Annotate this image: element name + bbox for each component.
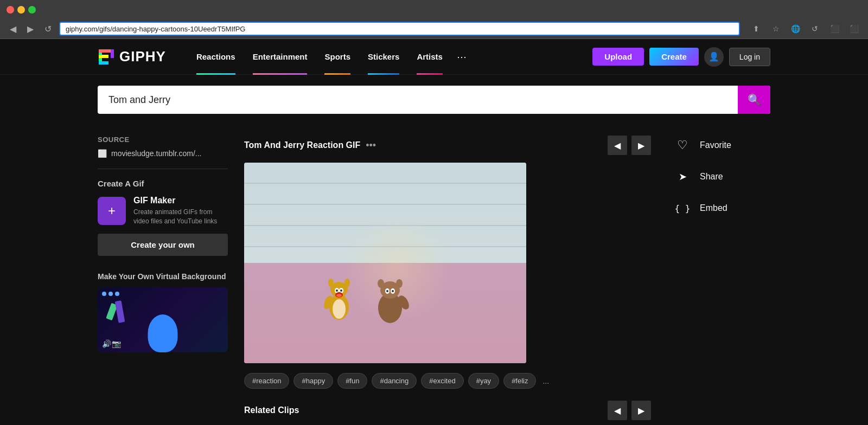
main-content: Source ⬜ moviesludge.tumblr.com/... Crea… bbox=[0, 136, 868, 420]
extension-btn-3[interactable]: ⬛ bbox=[827, 21, 842, 36]
favorite-icon: ♡ bbox=[673, 136, 692, 155]
virtual-bg-card[interactable]: 🔊 📷 bbox=[98, 287, 228, 352]
related-clips-arrows: ◀ ▶ bbox=[608, 401, 651, 420]
source-label: Source bbox=[98, 136, 228, 144]
logo-text: GIPHY bbox=[119, 48, 166, 65]
source-link[interactable]: ⬜ moviesludge.tumblr.com/... bbox=[98, 149, 228, 158]
nav-more-icon[interactable]: ⋯ bbox=[451, 51, 472, 63]
login-button[interactable]: Log in bbox=[729, 48, 770, 66]
svg-point-18 bbox=[344, 279, 350, 287]
virtual-bg-content: 🔊 📷 bbox=[98, 287, 228, 352]
nav-reactions[interactable]: Reactions bbox=[188, 39, 244, 75]
nav-artists[interactable]: Artists bbox=[408, 39, 451, 75]
right-action-sidebar: ♡ Favorite ➤ Share { } Embed bbox=[673, 136, 770, 230]
gif-main: Tom And Jerry Reaction GIF ••• ◀ ▶ bbox=[244, 136, 651, 420]
vb-audio-icon: 🔊 bbox=[102, 339, 111, 348]
gif-title-row: Tom And Jerry Reaction GIF ••• bbox=[244, 140, 376, 151]
vb-video-icon: 📷 bbox=[112, 339, 121, 348]
search-button[interactable]: 🔍 bbox=[738, 86, 770, 114]
fullscreen-window-btn[interactable] bbox=[28, 6, 36, 14]
refresh-button[interactable]: ↺ bbox=[41, 22, 55, 36]
svg-rect-3 bbox=[99, 61, 108, 65]
search-section: 🔍 bbox=[0, 75, 868, 125]
url-text: giphy.com/gifs/dancing-happy-cartoons-10… bbox=[66, 25, 245, 33]
nav-right: Upload Create 👤 Log in bbox=[592, 47, 770, 67]
create-button[interactable]: Create bbox=[649, 48, 699, 66]
bookmark-button[interactable]: ☆ bbox=[768, 21, 783, 36]
extension-btn-2[interactable]: ↺ bbox=[807, 21, 822, 36]
tag-reaction[interactable]: #reaction bbox=[244, 373, 289, 389]
svg-point-21 bbox=[336, 289, 338, 292]
nav-stickers[interactable]: Stickers bbox=[359, 39, 408, 75]
gif-maker-plus-icon: + bbox=[108, 203, 116, 218]
vb-dot-1 bbox=[102, 292, 106, 296]
next-gif-button[interactable]: ▶ bbox=[631, 136, 651, 155]
gif-and-right: Tom And Jerry Reaction GIF ••• ◀ ▶ bbox=[244, 136, 770, 420]
forward-button[interactable]: ▶ bbox=[24, 22, 37, 36]
search-icon: 🔍 bbox=[748, 93, 761, 106]
share-action[interactable]: ➤ Share bbox=[673, 167, 770, 186]
tag-feliz[interactable]: #feliz bbox=[503, 373, 536, 389]
virtual-bg-section: Make Your Own Virtual Background 🔊 📷 bbox=[98, 272, 228, 352]
close-window-btn[interactable] bbox=[7, 6, 14, 14]
tag-excited[interactable]: #excited bbox=[421, 373, 463, 389]
prev-gif-button[interactable]: ◀ bbox=[608, 136, 627, 155]
svg-point-12 bbox=[392, 290, 394, 292]
back-button[interactable]: ◀ bbox=[7, 22, 20, 36]
create-gif-label: Create A Gif bbox=[98, 179, 228, 188]
minimize-window-btn[interactable] bbox=[17, 6, 25, 14]
embed-icon: { } bbox=[673, 198, 692, 218]
giphy-logo-icon bbox=[98, 48, 115, 66]
vb-dot-3 bbox=[115, 292, 119, 296]
favorite-action[interactable]: ♡ Favorite bbox=[673, 136, 770, 155]
share-icon: ➤ bbox=[673, 167, 692, 186]
tags-more[interactable]: ... bbox=[540, 374, 551, 389]
create-own-button[interactable]: Create your own bbox=[98, 234, 228, 256]
wall-line-1 bbox=[244, 183, 526, 184]
wall-line-2 bbox=[244, 204, 526, 205]
share-label: Share bbox=[700, 172, 723, 182]
search-input[interactable] bbox=[98, 94, 738, 106]
svg-point-24 bbox=[336, 294, 342, 297]
nav-entertainment[interactable]: Entertainment bbox=[244, 39, 316, 75]
virtual-bg-title: Make Your Own Virtual Background bbox=[98, 272, 228, 281]
favorite-label: Favorite bbox=[700, 140, 731, 150]
menu-button[interactable]: ⬛ bbox=[846, 21, 861, 36]
gif-more-button[interactable]: ••• bbox=[366, 140, 376, 151]
gif-maker-info: GIF Maker Create animated GIFs from vide… bbox=[133, 196, 228, 226]
nav-links: Reactions Entertainment Sports Stickers … bbox=[188, 39, 592, 75]
search-bar: 🔍 bbox=[98, 86, 770, 114]
tag-yay[interactable]: #yay bbox=[468, 373, 499, 389]
vb-dot-2 bbox=[108, 292, 113, 296]
left-sidebar: Source ⬜ moviesludge.tumblr.com/... Crea… bbox=[98, 136, 228, 420]
svg-point-22 bbox=[340, 289, 342, 292]
address-bar[interactable]: giphy.com/gifs/dancing-happy-cartoons-10… bbox=[59, 22, 740, 36]
logo[interactable]: GIPHY bbox=[98, 48, 166, 66]
related-next-button[interactable]: ▶ bbox=[631, 401, 651, 420]
divider-1 bbox=[98, 169, 228, 169]
extension-btn-1[interactable]: 🌐 bbox=[788, 21, 803, 36]
tag-happy[interactable]: #happy bbox=[293, 373, 333, 389]
gif-nav-arrows: ◀ ▶ bbox=[608, 136, 651, 155]
gif-container bbox=[244, 163, 526, 363]
gif-maker-name: GIF Maker bbox=[133, 196, 228, 205]
gif-header: Tom And Jerry Reaction GIF ••• ◀ ▶ bbox=[244, 136, 651, 155]
browser-nav: ◀ ▶ ↺ giphy.com/gifs/dancing-happy-carto… bbox=[0, 20, 868, 39]
share-page-button[interactable]: ⬆ bbox=[749, 21, 764, 36]
gif-tags: #reaction #happy #fun #dancing #excited … bbox=[244, 373, 651, 389]
gif-title: Tom And Jerry Reaction GIF bbox=[244, 140, 360, 150]
embed-action[interactable]: { } Embed bbox=[673, 198, 770, 218]
nav-sports[interactable]: Sports bbox=[316, 39, 359, 75]
page-content: GIPHY Reactions Entertainment Sports Sti… bbox=[0, 39, 868, 425]
user-icon-button[interactable]: 👤 bbox=[704, 47, 724, 67]
traffic-lights bbox=[7, 6, 36, 14]
embed-label: Embed bbox=[700, 203, 727, 213]
svg-point-17 bbox=[328, 279, 334, 287]
tag-dancing[interactable]: #dancing bbox=[372, 373, 417, 389]
svg-rect-2 bbox=[111, 49, 114, 58]
upload-button[interactable]: Upload bbox=[592, 48, 644, 66]
svg-point-8 bbox=[396, 279, 403, 288]
tag-fun[interactable]: #fun bbox=[337, 373, 367, 389]
vb-shape-2 bbox=[115, 300, 125, 323]
related-prev-button[interactable]: ◀ bbox=[608, 401, 627, 420]
